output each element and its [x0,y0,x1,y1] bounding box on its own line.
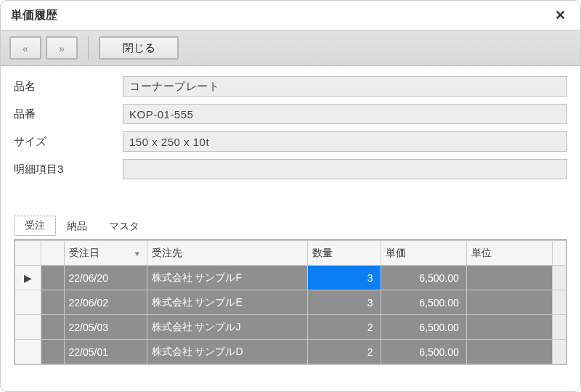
scroll-gutter [552,266,566,290]
cell-price[interactable]: 6,500.00 [381,290,466,315]
cell-date[interactable]: 22/06/20 [64,266,147,290]
tab-master[interactable]: マスタ [98,216,150,236]
field-row-code: 品番 KOP-01-555 [14,104,567,124]
cell-unit[interactable] [466,340,552,364]
close-button[interactable]: 閉じる [99,36,179,60]
table-row[interactable]: 22/06/02株式会社 サンプルE36,500.00 [15,290,566,315]
code-field[interactable]: KOP-01-555 [123,104,567,124]
cell-price[interactable]: 6,500.00 [381,266,466,290]
row-marker[interactable] [15,315,41,340]
detail3-label: 明細項目3 [14,163,123,176]
cell-client[interactable]: 株式会社 サンプルE [147,290,308,315]
field-row-size: サイズ 150 x 250 x 10t [14,131,567,152]
toolbar: « » 閉じる [1,30,580,66]
cell-sub[interactable] [41,340,64,364]
col-header-sub[interactable] [41,241,64,266]
data-grid[interactable]: 受注日 ▼ 受注先 数量 単価 単位 ▶22/06/20株式会社 サンプルF36… [15,240,566,364]
titlebar: 単価履歴 ✕ [1,1,580,30]
table-row[interactable]: 22/05/01株式会社 サンプルD26,500.00 [15,340,566,364]
col-header-client[interactable]: 受注先 [147,241,308,266]
code-label: 品番 [14,107,123,121]
cell-unit[interactable] [466,290,552,315]
col-header-price[interactable]: 単価 [381,241,466,266]
grid-container: 受注日 ▼ 受注先 数量 単価 単位 ▶22/06/20株式会社 サンプルF36… [14,239,567,365]
dialog-window: 単価履歴 ✕ « » 閉じる 品名 コーナープレート 品番 KOP-01-555… [0,0,581,392]
row-marker[interactable] [15,290,41,315]
field-row-name: 品名 コーナープレート [14,76,567,97]
cell-sub[interactable] [41,290,64,315]
close-icon[interactable]: ✕ [550,5,570,25]
scroll-gutter [552,340,566,364]
cell-price[interactable]: 6,500.00 [381,340,466,364]
tabs-row: 受注 納品 マスタ [1,187,580,236]
toolbar-separator [88,36,89,60]
cell-unit[interactable] [466,315,552,340]
scroll-gutter [552,315,566,340]
detail3-field[interactable] [123,159,567,179]
cell-qty[interactable]: 3 [308,266,381,290]
name-label: 品名 [14,80,123,94]
tab-order[interactable]: 受注 [14,216,56,236]
next-button[interactable]: » [46,36,78,60]
table-row[interactable]: ▶22/06/20株式会社 サンプルF36,500.00 [15,266,566,290]
col-header-date-label: 受注日 [69,247,99,258]
cell-date[interactable]: 22/05/03 [64,315,147,340]
col-header-scroll [552,241,566,266]
col-header-qty[interactable]: 数量 [308,241,381,266]
cell-price[interactable]: 6,500.00 [381,315,466,340]
cell-date[interactable]: 22/06/02 [64,290,147,315]
cell-client[interactable]: 株式会社 サンプルF [147,266,308,290]
cell-sub[interactable] [41,315,64,340]
cell-qty[interactable]: 2 [308,340,381,364]
col-header-unit[interactable]: 単位 [466,241,552,266]
sort-desc-icon: ▼ [134,249,141,257]
cell-qty[interactable]: 3 [308,290,381,315]
row-marker[interactable] [15,340,41,364]
window-title: 単価履歴 [11,8,57,23]
tab-delivery[interactable]: 納品 [56,216,98,236]
form-area: 品名 コーナープレート 品番 KOP-01-555 サイズ 150 x 250 … [1,66,580,187]
close-button-label: 閉じる [123,41,155,55]
table-row[interactable]: 22/05/03株式会社 サンプルJ26,500.00 [15,315,566,340]
cell-unit[interactable] [466,266,552,290]
size-label: サイズ [14,135,123,149]
name-field[interactable]: コーナープレート [123,76,567,97]
chevrons-right-icon: » [59,42,65,54]
row-marker[interactable]: ▶ [15,266,41,290]
col-header-marker[interactable] [15,241,41,266]
cell-date[interactable]: 22/05/01 [64,340,147,364]
cell-client[interactable]: 株式会社 サンプルD [147,340,308,364]
cell-sub[interactable] [41,266,64,290]
col-header-date[interactable]: 受注日 ▼ [64,241,147,266]
field-row-detail3: 明細項目3 [14,159,567,179]
prev-button[interactable]: « [9,36,41,60]
scroll-gutter [552,290,566,315]
cell-qty[interactable]: 2 [308,315,381,340]
size-field[interactable]: 150 x 250 x 10t [123,131,567,152]
grid-header-row: 受注日 ▼ 受注先 数量 単価 単位 [15,241,566,266]
cell-client[interactable]: 株式会社 サンプルJ [147,315,308,340]
chevrons-left-icon: « [23,42,28,54]
